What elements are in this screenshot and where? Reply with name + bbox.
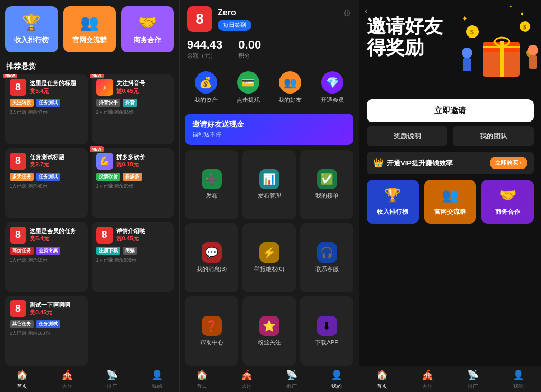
official-group-label: 官网交流群 xyxy=(434,208,466,217)
task-reward: 赏0.45元 xyxy=(30,309,83,316)
vip-label: 开通会员 xyxy=(321,96,344,104)
income-rank-label: 收入排行榜 xyxy=(14,35,49,45)
nav-mine[interactable]: 👤 我的 xyxy=(134,369,179,390)
publish-manage-icon: 📊 xyxy=(259,169,279,189)
action-customer-service[interactable]: 🎧 联系客服 xyxy=(300,223,353,293)
menu-my-assets[interactable]: 💰 我的资产 xyxy=(185,67,227,108)
action-my-orders[interactable]: ✅ 我的接单 xyxy=(300,150,353,219)
nav-hall-label: 大厅 xyxy=(62,382,72,390)
fans-label: 粉丝关注 xyxy=(258,339,281,347)
points-label: 积分 xyxy=(238,52,250,60)
download-label: 下载APP xyxy=(315,339,338,347)
panel-tasks: 🏆 收入排行榜 👥 官网交流群 🤝 商务合作 推荐悬赏 NEW 8 这里是任务的… xyxy=(0,0,180,392)
p3-income-rank-button[interactable]: 🏆 收入排行榜 xyxy=(367,180,419,224)
action-messages[interactable]: 💬 我的消息(3) xyxy=(185,223,238,293)
official-group-button[interactable]: 👥 官网交流群 xyxy=(63,6,116,52)
task-title: 这里是会员的任务 xyxy=(30,227,83,235)
task-title: 详情介绍哒 xyxy=(116,227,170,235)
new-badge: NEW xyxy=(90,146,104,152)
invite-banner[interactable]: 邀请好友送现金 福利送不停 xyxy=(185,114,353,145)
nav-hall[interactable]: 🎪 大厅 xyxy=(45,369,90,390)
nav-promote-label: 推广 xyxy=(286,382,297,390)
task-tag: 关注转发 xyxy=(10,99,34,107)
svg-rect-11 xyxy=(463,58,471,71)
action-publish[interactable]: ➕ 发布 xyxy=(185,150,238,219)
income-rank-label: 收入排行榜 xyxy=(377,208,408,217)
reward-explain-button[interactable]: 奖励说明 xyxy=(367,126,447,146)
task-reward: 赏0.45元 xyxy=(116,87,170,95)
invite-button[interactable]: 立即邀请 xyxy=(367,99,534,122)
bottom-buttons-row: 🏆 收入排行榜 👥 官网交流群 🤝 商务合作 xyxy=(359,180,541,224)
task-avatar: ♪ xyxy=(96,79,113,96)
svg-text:✦: ✦ xyxy=(520,11,524,17)
business-button[interactable]: 🤝 商务合作 xyxy=(121,6,174,52)
task-tag: 会员专属 xyxy=(36,247,60,255)
hero-illustration: $ $ ✦ ✦ ✦ xyxy=(456,0,541,95)
task-card[interactable]: 8 详情介绍哒 赏0.45元 注册下载 闲猫 1人已赚 剩余999份 xyxy=(92,222,174,292)
task-tag: 注册下载 xyxy=(96,247,120,255)
task-footer: 3人已赚 剩余47份 xyxy=(10,109,83,116)
action-help[interactable]: ❓ 帮助中心 xyxy=(185,296,238,366)
nav-home[interactable]: 🏠 首页 xyxy=(0,369,45,390)
task-card[interactable]: NEW 8 这里是任务的标题 赏5.4元 关注转发 任务测试 3人已赚 剩余47… xyxy=(5,74,88,144)
hero-title: 邀请好友 得奖励 xyxy=(367,16,443,58)
my-team-button[interactable]: 我的团队 xyxy=(453,126,534,146)
settings-icon[interactable]: ⚙ xyxy=(343,7,351,19)
task-title: 这里是任务的标题 xyxy=(30,79,83,87)
task-card[interactable]: 8 测试一下啊啊啊 赏0.45元 其它任务 任务测试 0人已赚 剩余100份 xyxy=(5,296,88,366)
hall-icon: 🎪 xyxy=(61,369,73,381)
task-tag: 抖音 xyxy=(123,99,137,107)
p2-nav-promote[interactable]: 📡 推广 xyxy=(269,369,314,390)
banner-title: 邀请好友送现金 xyxy=(192,120,346,129)
menu-friends[interactable]: 👥 我的好友 xyxy=(269,67,312,108)
service-label: 联系客服 xyxy=(315,265,339,273)
p3-nav-home[interactable]: 🏠 首页 xyxy=(359,369,405,390)
signin-button[interactable]: 每日签到 xyxy=(218,20,251,31)
home-icon: 🏠 xyxy=(16,369,28,381)
vip-buy-button[interactable]: 立即购买 › xyxy=(490,157,527,169)
action-fans[interactable]: ⭐ 粉丝关注 xyxy=(242,296,296,366)
business-label: 商务合作 xyxy=(134,35,161,45)
bottom-nav-p2: 🏠 首页 🎪 大厅 📡 推广 👤 我的 xyxy=(180,366,359,392)
hall-icon: 🎪 xyxy=(422,369,433,381)
vip-icon: 💎 xyxy=(321,71,343,94)
p3-nav-promote[interactable]: 📡 推广 xyxy=(450,369,496,390)
task-grid: NEW 8 这里是任务的标题 赏5.4元 关注转发 任务测试 3人已赚 剩余47… xyxy=(0,74,179,366)
p2-nav-hall[interactable]: 🎪 大厅 xyxy=(225,369,269,390)
nav-hall-label: 大厅 xyxy=(241,382,252,390)
vip-bar[interactable]: 👑 开通VIP提升赚钱效率 立即购买 › xyxy=(367,152,534,174)
back-icon[interactable]: ‹ xyxy=(365,5,368,16)
p2-nav-home[interactable]: 🏠 首页 xyxy=(180,369,225,390)
nav-mine-label: 我的 xyxy=(152,382,162,390)
p3-business-button[interactable]: 🤝 商务合作 xyxy=(481,180,534,224)
promote-icon: 📡 xyxy=(467,369,479,381)
p3-nav-mine[interactable]: 👤 我的 xyxy=(496,369,541,390)
nav-home-label: 首页 xyxy=(197,382,207,390)
action-report[interactable]: ⚡ 举报维权(0) xyxy=(242,223,296,293)
menu-vip[interactable]: 💎 开通会员 xyxy=(311,67,353,108)
promote-icon: 📡 xyxy=(106,369,118,381)
new-badge: NEW xyxy=(90,74,104,78)
new-badge: NEW xyxy=(3,74,17,78)
income-rank-button[interactable]: 🏆 收入排行榜 xyxy=(5,6,58,52)
menu-withdraw[interactable]: 💳 点击提现 xyxy=(227,67,269,108)
action-publish-manage[interactable]: 📊 发布管理 xyxy=(242,150,296,219)
withdraw-label: 点击提现 xyxy=(237,96,260,104)
assets-label: 我的资产 xyxy=(194,96,218,104)
p2-nav-mine[interactable]: 👤 我的 xyxy=(314,369,359,390)
task-card[interactable]: 8 这里是会员的任务 赏5.4元 高价任务 会员专属 1人已赚 剩余19份 xyxy=(5,222,88,292)
p3-official-group-button[interactable]: 👥 官网交流群 xyxy=(424,180,477,224)
help-label: 帮助中心 xyxy=(200,339,223,347)
task-reward: 赏0.18元 xyxy=(116,161,170,169)
nav-promote[interactable]: 📡 推广 xyxy=(90,369,135,390)
p3-nav-hall[interactable]: 🎪 大厅 xyxy=(405,369,450,390)
task-card[interactable]: NEW ♪ 关注抖音号 赏0.45元 抖音快手 抖音 2人已赚 剩余98份 xyxy=(92,74,174,144)
task-card[interactable]: 8 任务测试标题 赏2.7元 多天任务 任务测试 1人已赚 剩余49份 xyxy=(5,148,88,218)
fans-icon: ⭐ xyxy=(259,316,279,336)
action-download[interactable]: ⬇ 下载APP xyxy=(300,296,353,366)
nav-hall-label: 大厅 xyxy=(422,382,433,390)
task-card[interactable]: NEW 💪 拼多多砍价 赏0.18元 投票砍价 拼多多 1人已赚 剩余29份 xyxy=(92,148,174,218)
task-title: 测试一下啊啊啊 xyxy=(30,301,83,309)
task-footer: 2人已赚 剩余98份 xyxy=(96,109,170,116)
orders-label: 我的接单 xyxy=(315,192,339,200)
